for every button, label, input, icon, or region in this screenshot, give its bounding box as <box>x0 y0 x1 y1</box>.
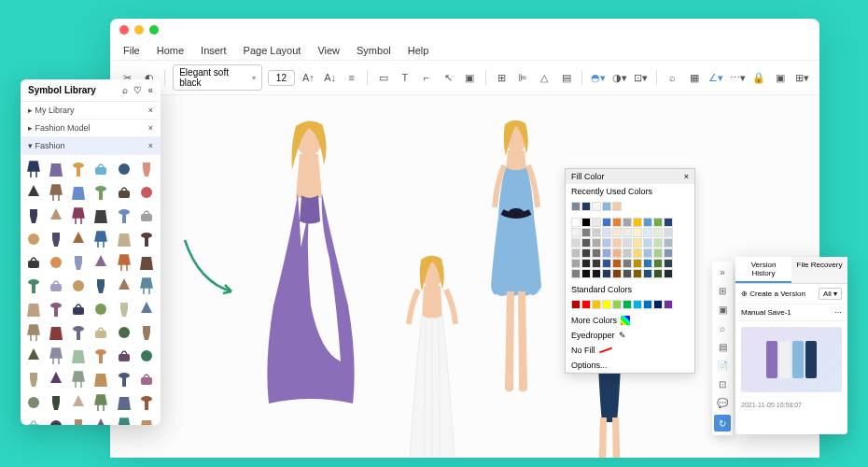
symbol-item[interactable] <box>47 205 65 226</box>
color-swatch[interactable] <box>571 269 581 278</box>
symbol-item[interactable] <box>69 182 88 203</box>
color-swatch[interactable] <box>602 269 611 278</box>
symbol-item[interactable] <box>69 416 88 425</box>
color-swatch[interactable] <box>592 202 601 211</box>
color-swatch[interactable] <box>633 228 642 237</box>
color-swatch[interactable] <box>633 238 642 248</box>
align-icon[interactable]: ≡ <box>343 69 359 86</box>
menu-help[interactable]: Help <box>408 45 429 56</box>
symbol-item[interactable] <box>69 205 88 226</box>
rail-search-icon[interactable]: ⌕ <box>716 321 729 334</box>
color-swatch[interactable] <box>643 228 652 237</box>
symbol-item[interactable] <box>115 416 133 425</box>
color-swatch[interactable] <box>592 300 601 309</box>
lock-icon[interactable]: 🔒 <box>751 69 767 86</box>
font-size[interactable]: 12 <box>268 70 295 86</box>
tab-version-history[interactable]: Version History <box>735 257 791 283</box>
symbol-item[interactable] <box>24 346 43 366</box>
color-swatch[interactable] <box>653 238 663 248</box>
text-icon[interactable]: T <box>397 69 413 86</box>
menu-symbol[interactable]: Symbol <box>357 45 391 56</box>
symbol-item[interactable] <box>47 299 65 319</box>
color-swatch[interactable] <box>664 259 673 268</box>
color-swatch[interactable] <box>581 228 591 237</box>
symbol-item[interactable] <box>24 205 43 226</box>
color-swatch[interactable] <box>653 300 663 309</box>
symbol-item[interactable] <box>47 229 65 249</box>
version-entry[interactable]: Manual Save-1⋯ <box>735 304 847 321</box>
color-swatch[interactable] <box>612 228 622 237</box>
symbol-item[interactable] <box>69 229 88 249</box>
color-swatch[interactable] <box>664 228 673 237</box>
symbol-item[interactable] <box>115 299 133 319</box>
search-icon[interactable]: ⌕ <box>122 85 128 95</box>
fill-icon[interactable]: ◓▾ <box>590 69 606 86</box>
color-swatch[interactable] <box>592 269 601 278</box>
color-swatch[interactable] <box>653 228 663 237</box>
connector-icon[interactable]: ⌐ <box>418 69 434 86</box>
symbol-item[interactable] <box>115 276 133 296</box>
menu-insert[interactable]: Insert <box>201 45 227 56</box>
dash-icon[interactable]: ⋯▾ <box>730 69 746 86</box>
color-swatch[interactable] <box>592 218 601 227</box>
symbol-item[interactable] <box>24 392 43 413</box>
symbol-item[interactable] <box>47 159 65 179</box>
group-icon[interactable]: ⊞ <box>494 69 510 86</box>
close-dot[interactable] <box>119 25 129 35</box>
symbol-item[interactable] <box>69 369 88 389</box>
symbol-item[interactable] <box>137 299 156 319</box>
symbol-item[interactable] <box>69 276 88 296</box>
rail-comment-icon[interactable]: 💬 <box>716 396 729 409</box>
flip-icon[interactable]: △ <box>537 69 553 86</box>
symbol-item[interactable] <box>115 159 133 179</box>
maximize-dot[interactable] <box>149 25 159 35</box>
symbol-item[interactable] <box>47 322 65 343</box>
no-fill[interactable]: No Fill <box>566 343 694 358</box>
symbol-item[interactable] <box>115 322 133 343</box>
menu-view[interactable]: View <box>317 45 340 56</box>
color-swatch[interactable] <box>581 218 591 227</box>
symbol-item[interactable] <box>24 322 43 343</box>
color-swatch[interactable] <box>602 300 611 309</box>
figure-white-gown[interactable] <box>390 254 474 458</box>
symbol-item[interactable] <box>91 252 110 273</box>
color-swatch[interactable] <box>643 238 652 248</box>
symbol-item[interactable] <box>115 205 133 226</box>
color-swatch[interactable] <box>664 218 673 227</box>
eyedropper[interactable]: Eyedropper ✎ <box>566 328 694 343</box>
crop-icon[interactable]: ⊡▾ <box>633 69 649 86</box>
symbol-item[interactable] <box>24 182 43 203</box>
align-obj-icon[interactable]: ⊫ <box>515 69 531 86</box>
figure-purple-gown[interactable] <box>255 119 367 408</box>
symbol-item[interactable] <box>91 229 110 249</box>
symbol-item[interactable] <box>137 252 156 273</box>
symbol-item[interactable] <box>91 205 110 226</box>
symbol-item[interactable] <box>24 229 43 249</box>
color-swatch[interactable] <box>633 259 642 268</box>
color-swatch[interactable] <box>623 269 632 278</box>
symbol-item[interactable] <box>91 346 110 366</box>
send-back-icon[interactable]: ▣ <box>773 69 789 86</box>
color-swatch[interactable] <box>571 238 581 248</box>
color-swatch[interactable] <box>602 228 611 237</box>
tab-file-recovery[interactable]: File Recovery <box>791 257 847 283</box>
symbol-item[interactable] <box>91 416 110 425</box>
color-swatch[interactable] <box>581 248 591 258</box>
version-thumbnail[interactable] <box>741 327 842 392</box>
color-swatch[interactable] <box>612 218 622 227</box>
symbol-item[interactable] <box>47 276 65 296</box>
color-swatch[interactable] <box>653 259 663 268</box>
symbol-item[interactable] <box>47 346 65 366</box>
color-swatch[interactable] <box>581 300 591 309</box>
symbol-item[interactable] <box>137 369 156 389</box>
search-icon[interactable]: ⌕ <box>665 69 680 86</box>
symbol-item[interactable] <box>47 392 65 413</box>
symbol-item[interactable] <box>47 369 65 389</box>
more-colors[interactable]: More Colors <box>566 313 694 328</box>
color-swatch[interactable] <box>571 300 581 309</box>
color-swatch[interactable] <box>612 269 622 278</box>
menu-page-layout[interactable]: Page Layout <box>244 45 301 56</box>
symbol-item[interactable] <box>47 182 65 203</box>
symbol-item[interactable] <box>91 392 110 413</box>
color-swatch[interactable] <box>592 259 601 268</box>
